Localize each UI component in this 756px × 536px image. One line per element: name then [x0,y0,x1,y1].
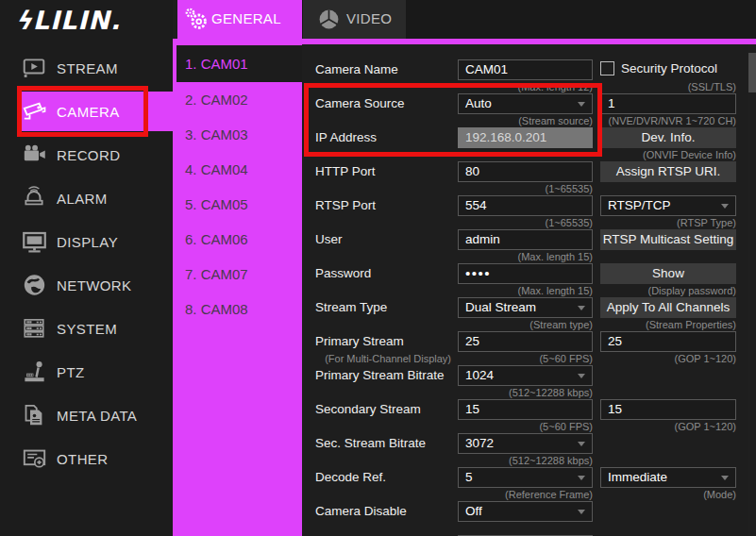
decode-mode-select[interactable]: Immediate [600,467,736,488]
camera-source-select[interactable]: Auto [458,93,593,114]
sec-stream-bitrate-value: 3072 [465,436,494,450]
sidebar-item-network[interactable]: NETWORK [0,263,173,307]
stream-icon [22,56,47,81]
primary-stream-sublabel: (For Multi-Channel Display) [315,352,451,365]
camera-list-item-1[interactable]: 1. CAM01 [176,45,302,82]
decode-ref-select[interactable]: 5 [458,467,593,488]
camera-list-item-2[interactable]: 2. CAM02 [173,82,302,117]
http-port-value: 80 [465,164,479,178]
display-icon [22,229,47,255]
rtsp-type-select-value: RTSP/TCP [608,198,671,212]
ip-address-label: IP Address [315,127,377,148]
sidebar-item-ptz[interactable]: PTZ [0,350,173,394]
sidebar-item-meta-data[interactable]: META DATA [0,394,173,437]
camera-list-item-8[interactable]: 8. CAM08 [173,292,302,327]
decode-ref-value: 5 [465,470,473,484]
lilin-logo: ϟLILIN. [15,6,121,35]
assign-rtsp-uri-button[interactable]: Assign RTSP URI. [600,161,736,182]
camera-list: 1. CAM012. CAM023. CAM034. CAM045. CAM05… [173,44,302,536]
ip-address-value: 192.168.0.201 [465,130,546,144]
rtsp-port-hint: (1~65535) [458,216,593,229]
primary-stream-bitrate-value: 1024 [465,368,494,382]
sidebar-item-alarm[interactable]: ALARM [0,176,173,220]
decode-mode-select-hint: (Mode) [600,488,736,501]
scrollbar-thumb[interactable] [748,53,756,92]
scrollbar-track[interactable] [748,44,756,536]
chevron-down-icon [721,204,729,209]
password-hint: (Max. length 15) [458,284,593,297]
http-port-input[interactable]: 80 [458,161,593,182]
rtsp-type-select-hint: (RTSP Type) [600,216,736,229]
stream-type-label: Stream Type [315,297,387,318]
sidebar-item-system[interactable]: SYSTEM [0,307,173,350]
decode-ref-hint: (Reference Frame) [458,488,593,501]
camera-list-item-4[interactable]: 4. CAM04 [173,152,302,187]
tab-bar: VIDEO [302,0,756,39]
sec-stream-bitrate-select[interactable]: 3072 [458,433,593,454]
sidebar-item-record[interactable]: RECORD [0,133,173,176]
camera-list-item-6[interactable]: 6. CAM06 [173,222,302,257]
user-input[interactable]: admin [458,229,593,250]
password-input[interactable]: •••• [458,263,593,284]
ip-address-input: 192.168.0.201 [458,127,593,148]
alarm-icon [22,186,47,211]
tab-general[interactable]: GENERAL [177,0,302,39]
rtsp-port-input[interactable]: 554 [458,195,593,216]
metadata-icon [22,403,47,428]
rtsp-port-value: 554 [465,198,487,212]
tab-video-label: VIDEO [346,10,392,26]
secondary-stream-label: Secondary Stream [315,399,421,420]
stream-type-select[interactable]: Dual Stream [458,297,593,318]
security-protocol-checkbox[interactable] [600,61,614,75]
secondary-gop-input[interactable]: 15 [600,399,736,420]
password-label: Password [315,263,371,284]
primary-stream-bitrate-label: Primary Stream Bitrate [315,365,445,386]
sidebar-item-label: PTZ [57,364,85,380]
sec-stream-bitrate-label: Sec. Stream Bitrate [315,433,426,454]
sidebar-item-camera[interactable]: CAMERA [0,90,173,133]
sidebar-item-stream[interactable]: STREAM [0,46,173,90]
secondary-stream-input[interactable]: 15 [458,399,593,420]
camera-name-input[interactable]: CAM01 [458,59,593,80]
chevron-down-icon [578,476,585,480]
sec-stream-bitrate-hint: (512~12288 kbps) [458,454,593,467]
decode-mode-select-value: Immediate [608,470,667,484]
primary-gop-input-value: 25 [608,334,622,348]
rtsp-type-select[interactable]: RTSP/TCP [600,195,736,216]
sidebar-item-display[interactable]: DISPLAY [0,220,173,263]
sidebar-item-label: DISPLAY [57,234,118,250]
camera-list-item-7[interactable]: 7. CAM07 [173,257,302,292]
dev-info-button-hint: (ONVIF Device Info) [600,148,736,161]
user-hint: (Max. length 15) [458,250,593,263]
stream-type-value: Dual Stream [465,300,536,314]
decode-ref-label: Decode Ref. [315,467,386,488]
apply-to-all-channels-button[interactable]: Apply To All Channels [600,297,736,318]
rtsp-multicast-setting-button[interactable]: RTSP Multicast Setting [600,229,736,250]
chevron-down-icon [578,102,585,107]
sidebar: ϟLILIN. STREAMCAMERARECORDALARMDISPLAYNE… [0,0,173,536]
sidebar-item-label: NETWORK [57,277,131,293]
tab-video[interactable]: VIDEO [303,0,406,39]
primary-gop-input-hint: (GOP 1~120) [600,352,736,365]
camera-list-item-3[interactable]: 3. CAM03 [173,117,302,152]
camera-disable-select[interactable]: Off [458,501,593,522]
chevron-down-icon [578,510,585,514]
show-password-button[interactable]: Show [600,263,736,284]
primary-gop-input[interactable]: 25 [600,331,736,352]
dev-info-button[interactable]: Dev. Info. [600,127,736,148]
logo-bolt-glyph: ϟ [15,6,33,35]
camera-source-label: Camera Source [315,93,405,114]
chevron-down-icon [578,442,585,446]
camera-source-hint: (Stream source) [458,114,593,127]
sidebar-item-other[interactable]: OTHER [0,437,173,480]
stream-type-hint: (Stream type) [458,318,593,331]
primary-stream-input[interactable]: 25 [458,331,593,352]
secondary-stream-value: 15 [465,402,479,416]
primary-stream-bitrate-select[interactable]: 1024 [458,365,593,386]
network-icon [22,273,47,298]
camera-list-item-5[interactable]: 5. CAM05 [173,187,302,222]
camera-disable-label: Camera Disable [315,501,407,522]
camera-name-value: CAM01 [465,62,508,76]
primary-stream-value: 25 [465,334,479,348]
channel-number-input[interactable]: 1 [600,93,736,114]
